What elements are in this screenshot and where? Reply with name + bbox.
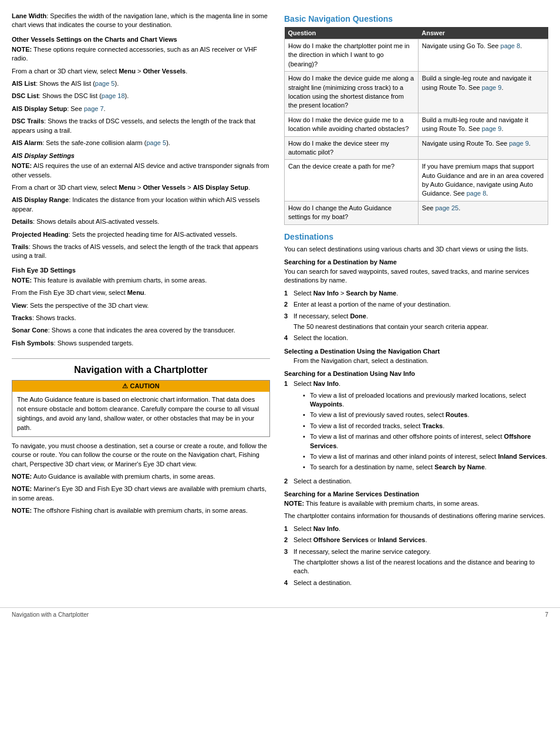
other-vessels-from: From a chart or 3D chart view, select Me… [12,67,270,76]
note-offshore: NOTE: The offshore Fishing chart is avai… [12,506,270,515]
table-cell-answer-3: Navigate using Route To. See page 9. [418,136,548,160]
ais-list: AIS List: Shows the AIS list (page 5). [12,79,270,88]
step-sbn-4: 4 Select the location. [284,334,548,342]
table-header-question: Question [285,27,419,39]
dsc-list: DSC List: Shows the DSC list (page 18). [12,92,270,100]
table-answer-link-4[interactable]: page 8 [467,190,487,197]
step-ms-2: 2 Select Offshore Services or Inland Ser… [284,536,548,544]
other-vessels-note: NOTE: These options require connected ac… [12,45,270,63]
step-sbn-2: 2 Enter at least a portion of the name o… [284,300,548,309]
step-sni-1: 1 Select Nav Info. • To view a list of p… [284,379,548,475]
note-label-4: NOTE: [12,473,32,480]
projected-heading: Projected Heading: Sets the projected he… [12,230,270,239]
table-cell-answer-2: Build a multi-leg route and navigate it … [418,113,548,136]
details: Details: Shows details about AIS-activat… [12,217,270,226]
ais-display-note: NOTE: AIS requires the use of an externa… [12,162,270,180]
right-column: Basic Navigation Questions Question Answ… [284,12,548,590]
dsc-trails: DSC Trails: Shows the tracks of DSC vess… [12,117,270,135]
marine-services-steps: 1 Select Nav Info. 2 Select Offshore Ser… [284,525,548,587]
note-text-1: These options require connected accessor… [12,46,257,62]
select-dest-chart-text: From the Navigation chart, select a dest… [284,357,548,365]
select-dest-chart-heading: Selecting a Destination Using the Naviga… [284,348,548,355]
table-answer-link-0[interactable]: page 8 [501,42,521,49]
bullet-offshore: • To view a list of marinas and other of… [303,432,548,450]
search-nav-info-steps: 1 Select Nav Info. • To view a list of p… [284,379,548,486]
step-sbn-1: 1 Select Nav Info > Search by Name. [284,289,548,298]
table-cell-answer-5: See page 25. [418,201,548,224]
note-label-1: NOTE: [12,46,32,53]
ais-list-link[interactable]: page 5 [95,80,115,87]
trails: Trails: Shows the tracks of AIS vessels,… [12,243,270,261]
bullet-search-by-name: • To search for a destination by name, s… [303,463,548,472]
table-answer-link-1[interactable]: page 9 [482,84,502,91]
table-cell-answer-0: Navigate using Go To. See page 8. [418,39,548,72]
note-label-5: NOTE: [12,485,32,492]
search-by-name-intro: You can search for saved waypoints, save… [284,267,548,285]
step-ms-1: 1 Select Nav Info. [284,525,548,533]
table-header-answer: Answer [418,27,548,39]
fish-eye-note: NOTE: This feature is available with pre… [12,276,270,285]
marine-services-intro: The chartplotter contains information fo… [284,512,548,520]
lane-width-label: Lane Width [12,12,46,19]
other-vessels-heading: Other Vessels Settings on the Charts and… [12,36,270,43]
destinations-title: Destinations [284,232,548,241]
page-footer: Navigation with a Chartplotter 7 [0,607,560,618]
lane-width-para: Lane Width: Specifies the width of the n… [12,12,270,30]
left-column: Lane Width: Specifies the width of the n… [12,12,270,590]
ais-display-settings-heading: AIS Display Settings [12,152,270,159]
search-nav-info-heading: Searching for a Destination Using Nav In… [284,370,548,377]
ais-display-range: AIS Display Range: Indicates the distanc… [12,196,270,214]
footer-right: 7 [545,611,548,618]
nav-info-bullets: • To view a list of preloaded locations … [303,391,548,472]
table-cell-question-0: How do I make the chartplotter point me … [285,39,419,72]
caution-header: ⚠ CAUTION [12,381,269,392]
ais-display-setup-link[interactable]: page 7 [84,105,104,112]
ais-display-from: From a chart or 3D chart view, select Me… [12,183,270,192]
destinations-intro: You can select destinations using variou… [284,245,548,254]
bullet-inland: • To view a list of marinas and other in… [303,452,548,461]
step-ms-3: 3 If necessary, select the marine servic… [284,547,548,576]
search-by-name-heading: Searching for a Destination by Name [284,258,548,265]
marine-services-note: NOTE: This feature is available with pre… [284,499,548,508]
lane-width-text: : Specifies the width of the navigation … [12,12,268,28]
table-cell-question-3: How do I make the device steer my automa… [285,136,419,160]
fish-eye-heading: Fish Eye 3D Settings [12,267,270,274]
note-label-6: NOTE: [12,507,32,514]
fish-eye-from: From the Fish Eye 3D chart view, select … [12,288,270,297]
table-answer-link-3[interactable]: page 9 [509,140,529,147]
note-auto-guidance: NOTE: Auto Guidance is available with pr… [12,472,270,481]
bullet-waypoints: • To view a list of preloaded locations … [303,391,548,409]
ais-display-setup: AIS Display Setup: See page 7. [12,105,270,113]
basic-nav-table: Question Answer How do I make the chartp… [284,27,548,225]
fish-symbols: Fish Symbols: Shows suspended targets. [12,339,270,348]
table-cell-question-2: How do I make the device guide me to a l… [285,113,419,136]
search-by-name-steps: 1 Select Nav Info > Search by Name. 2 En… [284,289,548,343]
note-mariner: NOTE: Mariner's Eye 3D and Fish Eye 3D c… [12,485,270,503]
marine-services-heading: Searching for a Marine Services Destinat… [284,490,548,497]
table-cell-question-5: How do I change the Auto Guidance settin… [285,201,419,224]
basic-nav-title: Basic Navigation Questions [284,14,548,23]
note-label-2: NOTE: [12,162,32,169]
chapter-heading: Navigation with a Chartplotter [12,358,270,375]
note-label-ms: NOTE: [284,500,304,507]
step-ms-4: 4 Select a destination. [284,579,548,587]
table-answer-link-5[interactable]: page 25 [435,204,458,211]
step-sni-2: 2 Select a destination. [284,477,548,486]
table-cell-question-4: Can the device create a path for me? [285,160,419,201]
footer-left: Navigation with a Chartplotter [12,611,89,618]
ais-alarm: AIS Alarm: Sets the safe-zone collision … [12,139,270,147]
dsc-list-link[interactable]: page 18 [102,92,125,99]
bullet-tracks: • To view a list of recorded tracks, sel… [303,422,548,431]
table-cell-answer-4: If you have premium maps that support Au… [418,160,548,201]
tracks-item: Tracks: Shows tracks. [12,314,270,322]
step-sbn-3: 3 If necessary, select Done. The 50 near… [284,312,548,332]
note-label-3: NOTE: [12,277,32,284]
bullet-routes: • To view a list of previously saved rou… [303,411,548,419]
sonar-cone: Sonar Cone: Shows a cone that indicates … [12,326,270,335]
table-cell-question-1: How do I make the device guide me along … [285,72,419,113]
ais-alarm-link[interactable]: page 5 [146,139,166,146]
table-cell-answer-1: Build a single-leg route and navigate it… [418,72,548,113]
caution-box: ⚠ CAUTION The Auto Guidance feature is b… [12,380,270,437]
table-answer-link-2[interactable]: page 9 [482,125,502,132]
caution-body: The Auto Guidance feature is based on el… [12,392,269,436]
